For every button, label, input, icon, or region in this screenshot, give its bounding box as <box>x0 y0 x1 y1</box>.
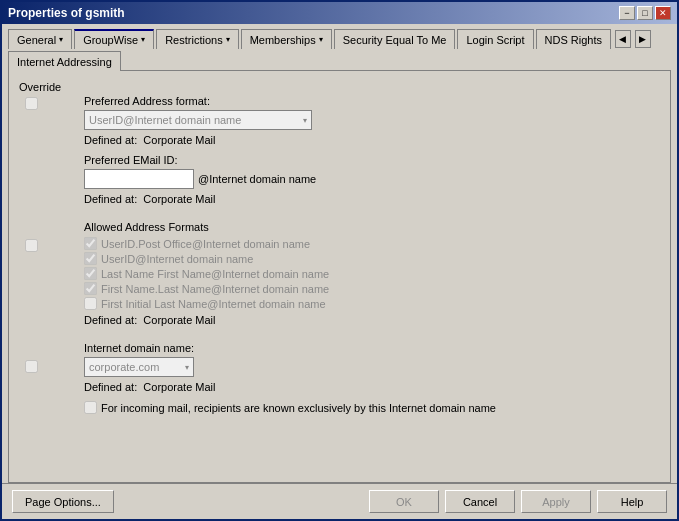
tab-internet-addressing[interactable]: Internet Addressing <box>8 51 121 71</box>
allowed-formats-title: Allowed Address Formats <box>84 221 660 233</box>
preferred-email-section: Preferred EMail ID: @Internet domain nam… <box>19 154 660 213</box>
override-checkbox-1[interactable] <box>25 97 38 110</box>
chevron-down-icon: ▾ <box>141 35 145 44</box>
chevron-down-icon: ▾ <box>319 35 323 44</box>
format-checkbox-4[interactable] <box>84 297 97 310</box>
chevron-down-icon: ▾ <box>59 35 63 44</box>
email-id-row: @Internet domain name <box>84 169 660 189</box>
incoming-mail-checkbox[interactable] <box>84 401 97 414</box>
domain-value: corporate.com <box>89 361 159 373</box>
override-col-2 <box>19 154 84 213</box>
preferred-address-value: UserID@Internet domain name <box>89 114 241 126</box>
incoming-mail-label: For incoming mail, recipients are known … <box>101 401 496 415</box>
chevron-down-icon: ▾ <box>303 116 307 125</box>
preferred-email-content: Preferred EMail ID: @Internet domain nam… <box>84 154 660 213</box>
chevron-down-icon: ▾ <box>185 363 189 372</box>
preferred-address-defined: Defined at: Corporate Mail <box>84 134 660 146</box>
override-col-3 <box>19 221 84 334</box>
chevron-down-icon: ▾ <box>226 35 230 44</box>
content-area: Override Preferred Address format: UserI… <box>8 70 671 483</box>
main-window: Properties of gsmith − □ ✕ General ▾ Gro… <box>0 0 679 521</box>
internet-domain-section: Internet domain name: corporate.com ▾ De… <box>19 342 660 415</box>
ok-button[interactable]: OK <box>369 490 439 513</box>
format-item-0: UserID.Post Office@Internet domain name <box>84 237 660 250</box>
override-col-1 <box>19 95 84 146</box>
tab-security[interactable]: Security Equal To Me <box>334 29 456 49</box>
tab-scroll-left[interactable]: ◀ <box>615 30 631 48</box>
tab-nds[interactable]: NDS Rights <box>536 29 611 49</box>
minimize-button[interactable]: − <box>619 6 635 20</box>
format-item-3: First Name.Last Name@Internet domain nam… <box>84 282 660 295</box>
format-checkbox-1[interactable] <box>84 252 97 265</box>
format-checkbox-2[interactable] <box>84 267 97 280</box>
email-defined: Defined at: Corporate Mail <box>84 193 660 205</box>
format-item-1: UserID@Internet domain name <box>84 252 660 265</box>
footer-left: Page Options... <box>12 490 114 513</box>
close-button[interactable]: ✕ <box>655 6 671 20</box>
internet-domain-content: Internet domain name: corporate.com ▾ De… <box>84 342 660 415</box>
tab-restrictions[interactable]: Restrictions ▾ <box>156 29 238 49</box>
title-bar-buttons: − □ ✕ <box>619 6 671 20</box>
tab-general[interactable]: General ▾ <box>8 29 72 49</box>
email-id-input[interactable] <box>84 169 194 189</box>
tab-memberships[interactable]: Memberships ▾ <box>241 29 332 49</box>
preferred-email-label: Preferred EMail ID: <box>84 154 660 166</box>
tab-login[interactable]: Login Script <box>457 29 533 49</box>
format-item-2: Last Name First Name@Internet domain nam… <box>84 267 660 280</box>
incoming-mail-row: For incoming mail, recipients are known … <box>84 401 660 415</box>
window-title: Properties of gsmith <box>8 6 125 20</box>
page-options-button[interactable]: Page Options... <box>12 490 114 513</box>
tabs-row-1: General ▾ GroupWise ▾ Restrictions ▾ Mem… <box>8 28 671 48</box>
cancel-button[interactable]: Cancel <box>445 490 515 513</box>
domain-defined: Defined at: Corporate Mail <box>84 381 660 393</box>
override-checkbox-3[interactable] <box>25 239 38 252</box>
tab-groupwise[interactable]: GroupWise ▾ <box>74 29 154 49</box>
preferred-address-section: Preferred Address format: UserID@Interne… <box>19 95 660 146</box>
allowed-formats-content: Allowed Address Formats UserID.Post Offi… <box>84 221 660 334</box>
override-checkbox-4[interactable] <box>25 360 38 373</box>
override-header-label: Override <box>19 81 84 93</box>
preferred-address-label: Preferred Address format: <box>84 95 660 107</box>
format-item-4: First Initial Last Name@Internet domain … <box>84 297 660 310</box>
footer: Page Options... OK Cancel Apply Help <box>2 483 677 519</box>
format-checkbox-0[interactable] <box>84 237 97 250</box>
footer-right: OK Cancel Apply Help <box>369 490 667 513</box>
maximize-button[interactable]: □ <box>637 6 653 20</box>
tabs-container: General ▾ GroupWise ▾ Restrictions ▾ Mem… <box>2 24 677 70</box>
at-domain-text: @Internet domain name <box>198 173 316 185</box>
tabs-row-2: Internet Addressing <box>8 50 671 70</box>
preferred-address-content: Preferred Address format: UserID@Interne… <box>84 95 660 146</box>
apply-button[interactable]: Apply <box>521 490 591 513</box>
override-col-4 <box>19 342 84 415</box>
preferred-address-select[interactable]: UserID@Internet domain name ▾ <box>84 110 312 130</box>
formats-defined: Defined at: Corporate Mail <box>84 314 660 326</box>
help-button[interactable]: Help <box>597 490 667 513</box>
format-checkbox-3[interactable] <box>84 282 97 295</box>
allowed-formats-section: Allowed Address Formats UserID.Post Offi… <box>19 221 660 334</box>
internet-domain-label: Internet domain name: <box>84 342 660 354</box>
internet-domain-select[interactable]: corporate.com ▾ <box>84 357 194 377</box>
tab-scroll-right[interactable]: ▶ <box>635 30 651 48</box>
title-bar: Properties of gsmith − □ ✕ <box>2 2 677 24</box>
